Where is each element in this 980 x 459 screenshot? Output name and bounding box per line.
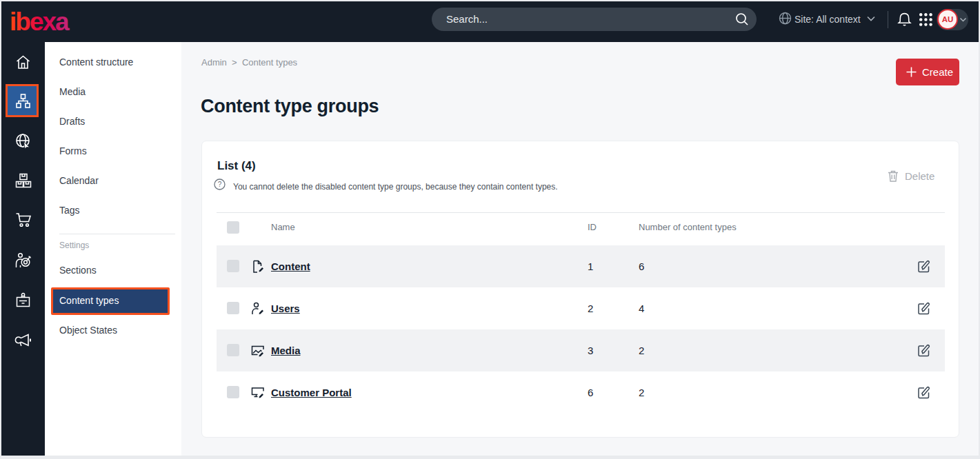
svg-text:ibexa: ibexa xyxy=(10,8,70,34)
svg-text:?: ? xyxy=(218,181,222,188)
